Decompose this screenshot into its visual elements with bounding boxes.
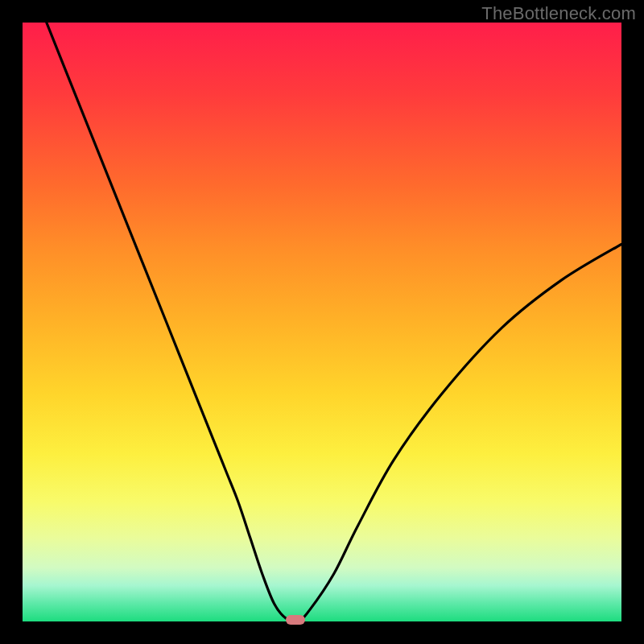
- bottleneck-curve: [23, 23, 621, 621]
- chart-frame: TheBottleneck.com: [0, 0, 644, 644]
- minimum-marker: [286, 615, 305, 625]
- plot-area: [23, 23, 621, 621]
- watermark-text: TheBottleneck.com: [481, 3, 636, 24]
